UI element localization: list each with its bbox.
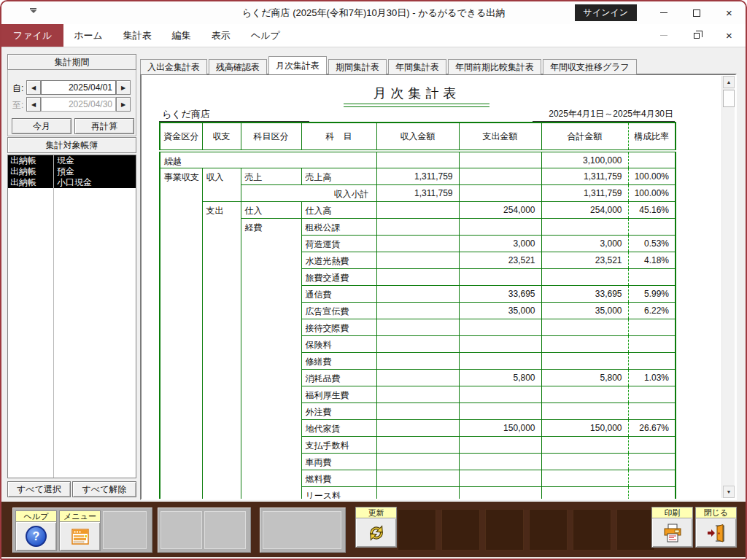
report-cell (541, 386, 628, 403)
close-window-button[interactable]: 閉じる (695, 507, 737, 548)
deselect-all-button[interactable]: すべて解除 (72, 481, 136, 497)
report-row: 支出仕入仕入高254,000254,00045.16% (160, 202, 676, 219)
report-cell: 254,000 (541, 202, 628, 219)
menu-bar: ファイルホーム集計表編集表示ヘルプ × (1, 24, 746, 47)
document-minimize-button[interactable] (647, 24, 680, 47)
exit-door-icon (706, 523, 727, 543)
this-month-button[interactable]: 今月 (12, 118, 71, 134)
menu-item-ホーム[interactable]: ホーム (63, 24, 113, 47)
tab-月次集計表[interactable]: 月次集計表 (268, 56, 327, 74)
to-date-prev-button[interactable]: ◀ (26, 97, 41, 112)
recalculate-button[interactable]: 再計算 (74, 118, 134, 134)
menu-item-ヘルプ[interactable]: ヘルプ (241, 24, 290, 47)
up-arrow-icon: ▲ (727, 79, 732, 85)
scroll-down-button[interactable]: ▼ (723, 486, 735, 498)
report-cell (376, 319, 459, 336)
report-cell (459, 151, 541, 168)
document-restore-button[interactable] (680, 24, 713, 47)
tab-年間集計表[interactable]: 年間集計表 (388, 59, 446, 74)
tab-入出金集計表[interactable]: 入出金集計表 (140, 59, 207, 74)
tab-期間集計表[interactable]: 期間集計表 (328, 59, 387, 74)
signin-button[interactable]: サインイン (575, 4, 637, 21)
report-cell: 6.22% (628, 303, 676, 319)
report-cell: 収入小計 (241, 185, 376, 202)
select-all-button[interactable]: すべて選択 (7, 481, 71, 497)
close-icon: × (726, 30, 732, 41)
report-cell: 支出 (202, 202, 241, 499)
report-cell (541, 269, 628, 286)
book-type: 出納帳 (8, 177, 54, 188)
from-date-next-button[interactable]: ▶ (116, 80, 131, 95)
list-item[interactable]: 出納帳現金 (8, 155, 136, 166)
toolbar-slot-empty (616, 509, 655, 551)
book-list[interactable]: 出納帳現金出納帳預金出納帳小口現金 (7, 155, 136, 478)
print-button[interactable]: 印刷 (651, 507, 693, 548)
report-cell: 5,800 (541, 370, 628, 386)
menu-item-編集[interactable]: 編集 (162, 24, 201, 47)
report-cell: リース料 (301, 487, 376, 499)
left-arrow-icon: ◀ (31, 101, 36, 108)
menu-item-表示[interactable]: 表示 (201, 24, 241, 47)
from-date-prev-button[interactable]: ◀ (26, 80, 41, 95)
report-cell (376, 336, 459, 353)
refresh-button[interactable]: 更新 (355, 507, 397, 548)
menu-item-集計表[interactable]: 集計表 (113, 24, 162, 47)
report-period: 2025年4月1日～2025年4月30日 (533, 108, 675, 122)
sidebar: 集計期間 自: ◀ ▶ 至: ◀ ▶ 今月 再計算 集計対象帳簿 出納帳現金出納… (6, 48, 138, 502)
menu-button[interactable]: メニュー (59, 510, 101, 550)
book-type: 出納帳 (8, 166, 54, 177)
report-cell: 外注費 (301, 403, 376, 420)
report-cell: 3,000 (459, 236, 541, 252)
tab-年間収支推移グラフ[interactable]: 年間収支推移グラフ (543, 59, 637, 74)
book-name: 預金 (54, 166, 74, 177)
report-cell (628, 353, 676, 370)
report-cell: 35,000 (459, 303, 541, 319)
books-section-header: 集計対象帳簿 (7, 137, 136, 153)
report-cell: 1,311,759 (541, 168, 628, 185)
menu-item-ファイル[interactable]: ファイル (1, 24, 63, 47)
document-close-button[interactable]: × (713, 24, 746, 47)
tab-残高確認表[interactable]: 残高確認表 (209, 59, 267, 74)
report-cell: 3,100,000 (541, 151, 628, 168)
report-cell (541, 353, 628, 370)
maximize-button[interactable] (680, 1, 713, 24)
report-cell (376, 470, 459, 487)
list-item[interactable]: 出納帳小口現金 (8, 177, 136, 188)
toolbar-empty-slots (398, 509, 655, 551)
bottom-toolbar: ヘルプ ? メニュー (1, 502, 746, 559)
to-date-field[interactable] (41, 97, 116, 112)
report-column-header: 資金区分 (160, 122, 202, 151)
report-cell: 保険料 (301, 336, 376, 353)
report-cell (376, 420, 459, 437)
report-cell (459, 185, 541, 202)
report-cell: 地代家賃 (301, 420, 376, 437)
content-area: 集計期間 自: ◀ ▶ 至: ◀ ▶ 今月 再計算 集計対象帳簿 出納帳現金出納… (1, 48, 746, 502)
report-column-header: 収支 (202, 122, 241, 151)
toolbar-slot-empty (441, 509, 480, 551)
report-row: 事業収支収入売上売上高1,311,7591,311,759100.00% (160, 168, 676, 185)
report-cell (376, 454, 459, 470)
report-cell: 1,311,759 (376, 185, 459, 202)
help-button[interactable]: ヘルプ ? (15, 510, 57, 550)
close-button[interactable]: × (713, 1, 746, 24)
report-cell: 254,000 (459, 202, 541, 219)
minimize-button[interactable] (647, 1, 680, 24)
report-cell (628, 151, 676, 168)
report-cell: 5.99% (628, 286, 676, 303)
vertical-scrollbar[interactable]: ▲ ▼ (721, 76, 735, 498)
report-table-body: 繰越3,100,000事業収支収入売上売上高1,311,7591,311,759… (160, 151, 676, 499)
right-arrow-icon: ▶ (121, 85, 125, 91)
from-date-field[interactable] (41, 80, 116, 95)
to-date-next-button[interactable]: ▶ (116, 97, 131, 112)
report-cell: 繰越 (160, 151, 376, 168)
list-item[interactable]: 出納帳預金 (8, 166, 136, 177)
report-cell (376, 370, 459, 386)
report-cell (541, 319, 628, 336)
report-cell: 0.53% (628, 236, 676, 252)
scroll-up-button[interactable]: ▲ (723, 76, 735, 88)
report: 月次集計表 らくだ商店 2025年4月1日～2025年4月30日 資金区分収支科… (142, 75, 721, 499)
scrollbar-thumb[interactable] (723, 90, 735, 107)
report-cell: 3,000 (541, 236, 628, 252)
tab-年間前期比較集計表[interactable]: 年間前期比較集計表 (448, 59, 541, 74)
report-column-header: 科目区分 (241, 122, 301, 151)
